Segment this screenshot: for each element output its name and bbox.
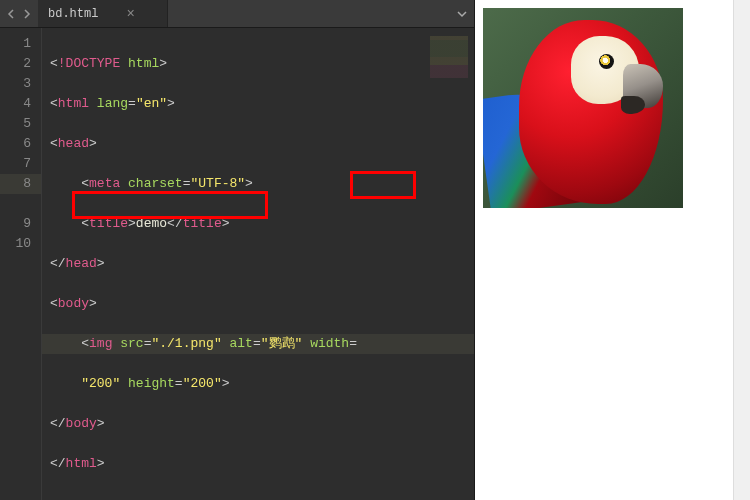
parrot-image xyxy=(483,8,683,208)
nav-left-icon[interactable] xyxy=(4,7,18,21)
chevron-down-icon[interactable] xyxy=(450,0,474,27)
browser-pane xyxy=(475,0,750,500)
tab-filename: bd.html xyxy=(48,7,98,21)
editor-pane: bd.html × 1 2 3 4 5 6 7 8 9 10 <!DOCTYPE… xyxy=(0,0,475,500)
scrollbar[interactable] xyxy=(733,0,750,500)
close-icon[interactable]: × xyxy=(126,6,134,22)
line-gutter: 1 2 3 4 5 6 7 8 9 10 xyxy=(0,28,42,500)
nav-arrows xyxy=(0,0,38,27)
tab-bd-html[interactable]: bd.html × xyxy=(38,0,168,27)
code-area[interactable]: 1 2 3 4 5 6 7 8 9 10 <!DOCTYPE html> <ht… xyxy=(0,28,474,500)
editor-header: bd.html × xyxy=(0,0,474,28)
minimap[interactable] xyxy=(430,36,468,78)
code-content[interactable]: <!DOCTYPE html> <html lang="en"> <head> … xyxy=(42,28,474,500)
browser-content xyxy=(475,0,750,216)
nav-right-icon[interactable] xyxy=(20,7,34,21)
